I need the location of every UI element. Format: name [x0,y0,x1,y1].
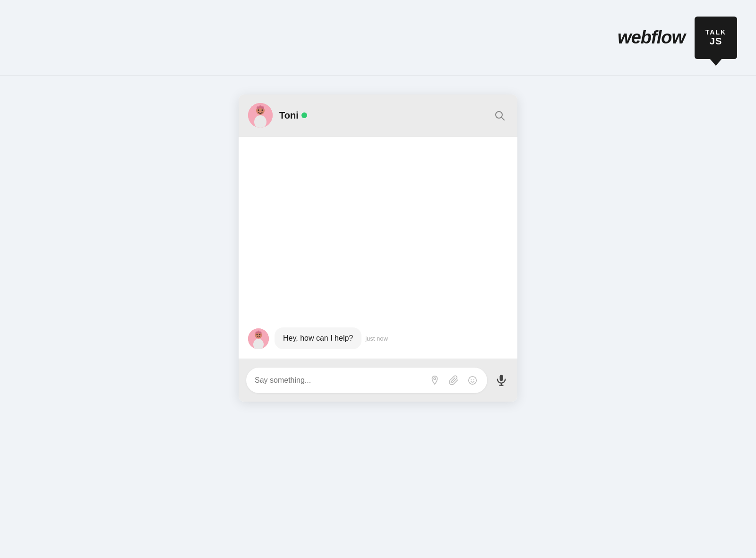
svg-point-16 [257,334,258,335]
avatar [248,103,273,128]
svg-point-20 [471,379,472,380]
location-button[interactable] [429,374,441,386]
location-icon [430,375,440,386]
svg-point-14 [259,332,262,334]
svg-point-4 [261,106,264,109]
chat-user-name: Toni [279,110,307,121]
svg-rect-22 [500,375,503,381]
chat-input[interactable] [255,376,423,385]
attachment-icon [448,375,459,386]
message-avatar-image [248,328,269,349]
message-avatar [248,328,269,349]
main-content: Toni [0,76,756,558]
online-status-dot [301,112,307,118]
message-row: Hey, how can I help? just now [248,327,508,349]
input-icons [429,374,479,386]
message-bubble: Hey, how can I help? [275,327,361,349]
chat-header: Toni [239,94,517,137]
search-button[interactable] [491,107,508,124]
avatar-image [248,103,273,128]
attachment-button[interactable] [447,374,460,386]
svg-point-17 [259,334,260,335]
talkjs-js: JS [710,36,722,47]
webflow-logo: webflow [618,27,685,48]
message-time: just now [365,335,388,342]
talkjs-logo: TALK JS [695,17,737,59]
emoji-icon [467,375,478,386]
avatar-container [248,103,273,128]
microphone-button[interactable] [493,372,510,389]
chat-header-left: Toni [248,103,307,128]
talkjs-talk: TALK [705,28,726,36]
microphone-icon [495,374,508,387]
chat-input-wrapper [246,368,487,393]
message-text: Hey, how can I help? [283,334,353,342]
chat-messages: Hey, how can I help? just now [239,137,517,359]
emoji-button[interactable] [466,374,479,386]
svg-point-21 [473,379,474,380]
user-name-text: Toni [279,110,299,121]
header-logos: webflow TALK JS [618,17,737,59]
svg-point-19 [469,377,477,385]
chat-widget: Toni [239,94,517,402]
svg-point-7 [262,110,263,111]
search-icon [494,110,505,121]
chat-input-area [239,359,517,402]
svg-point-6 [258,110,259,111]
message-bubble-container: Hey, how can I help? just now [275,327,388,349]
message-content: Hey, how can I help? just now [275,327,388,349]
svg-line-9 [502,118,505,120]
header: webflow TALK JS [0,0,756,76]
svg-point-18 [434,378,436,379]
